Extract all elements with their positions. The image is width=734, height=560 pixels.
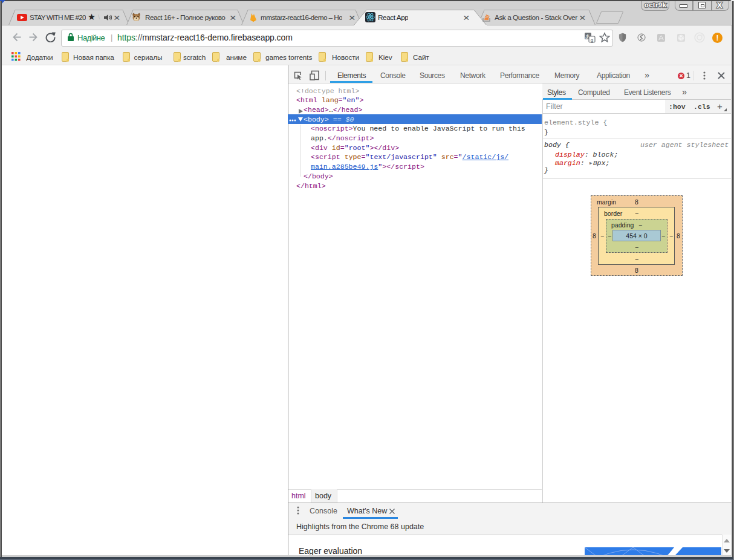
svg-text:g: g [591, 37, 593, 43]
